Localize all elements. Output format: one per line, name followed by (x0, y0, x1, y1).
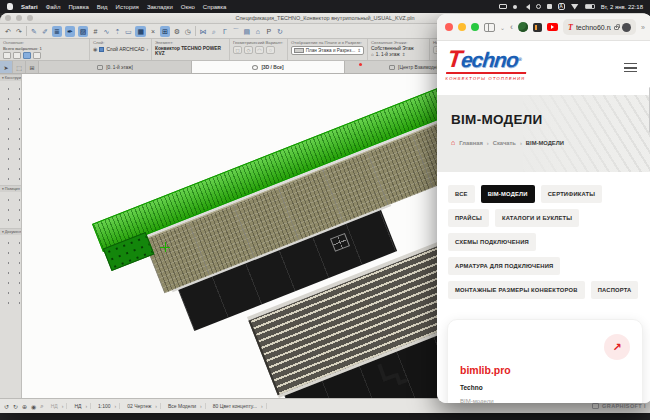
geometry-variant-1-button[interactable]: ◻ (233, 46, 242, 54)
pinned-tab-icon[interactable] (533, 23, 542, 32)
favorites-button[interactable] (13, 52, 21, 59)
minimize-icon[interactable] (458, 23, 466, 31)
extension-icon[interactable] (622, 23, 631, 32)
3d-grid-icon[interactable]: ⊞ (160, 26, 170, 37)
scale-select[interactable]: 1:100 (95, 403, 120, 409)
magnifier-icon[interactable]: ⌕ (40, 403, 43, 410)
pinned-tab-icon[interactable] (518, 22, 528, 32)
orbit-back-icon[interactable]: ↺ (4, 403, 9, 410)
refresh-icon[interactable]: ↻ (276, 26, 284, 37)
menubar-item-view[interactable]: Вид (97, 4, 108, 10)
back-button[interactable]: ‹ (510, 23, 513, 32)
menubar-item-edit[interactable]: Правка (68, 4, 88, 10)
properties-icon[interactable]: P (265, 26, 273, 37)
selection-grid-icon[interactable]: ▦ (135, 26, 146, 37)
filter-catalogs[interactable]: КАТАЛОГИ И БУКЛЕТЫ (495, 209, 579, 227)
guide-line-icon[interactable]: ⇡ (113, 26, 121, 37)
bluetooth-icon[interactable] (513, 5, 517, 9)
filter-prices[interactable]: ПРАЙСЫ (448, 209, 489, 227)
menubar-item-window[interactable]: Окно (181, 4, 195, 10)
layer-settings-dropdown-icon[interactable]: ≣ (52, 26, 62, 37)
marquee-icon[interactable]: ▭ (124, 26, 132, 37)
mirror-icon[interactable]: ⋈ (199, 26, 207, 37)
marquee-tool-icon[interactable]: ⬚ (13, 61, 26, 73)
graphic-override-select[interactable]: НД (48, 403, 68, 409)
toolbox-document-icons[interactable] (0, 235, 21, 311)
default-settings-button[interactable] (3, 52, 11, 59)
battery-icon[interactable] (585, 4, 595, 9)
menubar-clock[interactable]: Вт, 2 янв. 22:18 (601, 4, 643, 10)
delete-icon[interactable]: × (149, 26, 157, 37)
stepper-icon[interactable]: ⇕ (402, 52, 406, 57)
layer-combination-select[interactable]: 02 Чертеж (124, 403, 161, 409)
toolbox-position-icons[interactable] (0, 192, 21, 228)
sidebar-icon[interactable] (484, 23, 495, 32)
filter-connection-schemes[interactable]: СХЕМЫ ПОДКЛЮЧЕНИЯ (448, 233, 536, 251)
geometry-variant-3-button[interactable]: ◠ (255, 46, 264, 54)
breadcrumb-download[interactable]: Скачать (493, 140, 516, 146)
story-current[interactable]: 1. 1-й этаж (376, 52, 400, 57)
orbit-forward-icon[interactable]: ↻ (13, 403, 18, 410)
keyboard-layout-icon[interactable]: A (558, 3, 565, 10)
tab-floor-plan[interactable]: [0. 1-й этаж] (39, 61, 192, 73)
toolbox-design-icons[interactable] (0, 81, 21, 185)
grid-snap-icon[interactable]: # (91, 26, 99, 37)
hamburger-menu-icon[interactable] (624, 63, 637, 72)
renovation-filter-select[interactable]: 80 Цвет концепту... (210, 403, 267, 409)
filter-fittings[interactable]: АРМАТУРА ДЛЯ ПОДКЛЮЧЕНИЯ (448, 257, 560, 275)
wifi-icon[interactable] (571, 4, 579, 10)
element-value[interactable]: Конвектор TECHNO POWER KVZ (155, 46, 226, 57)
breadcrumb-home[interactable]: Главная (459, 140, 483, 146)
youtube-tab-icon[interactable] (547, 23, 558, 31)
zoom-icon[interactable]: ⊕ (22, 403, 27, 410)
eye-icon[interactable]: ◉ (31, 403, 36, 410)
eyedropper-icon[interactable]: ✎ (30, 26, 38, 37)
spline-icon[interactable]: ∿ (102, 26, 110, 37)
volume-icon[interactable] (523, 4, 530, 10)
undo-icon[interactable]: ↶ (4, 26, 12, 37)
filter-mounting-sizes[interactable]: МОНТАЖНЫЕ РАЗМЕРЫ КОНВЕКТОРОВ (448, 281, 585, 299)
filter-bim-models[interactable]: BIM-МОДЕЛИ (481, 185, 535, 203)
menubar-item-file[interactable]: Файл (46, 4, 61, 10)
tab-3d-all[interactable]: [3D / Все] (192, 61, 345, 73)
chevron-down-icon[interactable]: ⌄ (500, 24, 505, 31)
arc-tool-icon[interactable]: ⌒ (232, 26, 240, 37)
toolbox-section-design[interactable]: Конструирование (0, 74, 21, 81)
menubar-item-safari[interactable]: Safari (21, 4, 38, 10)
transfer-parameters-button[interactable] (33, 52, 41, 59)
search-icon[interactable]: ⌕ (210, 26, 218, 37)
techno-logo[interactable]: Techno® КОНВЕКТОРЫ ОТОПЛЕНИЯ (445, 48, 528, 81)
arrow-tool-icon[interactable]: ➤ (0, 61, 13, 73)
model-view-select[interactable]: Все Модели (165, 403, 206, 409)
home-icon[interactable]: ⌂ (451, 140, 455, 146)
pen-set-select[interactable]: НД (71, 403, 91, 409)
corner-tool-icon[interactable]: Γ (221, 26, 229, 37)
filter-certificates[interactable]: СЕРТИФИКАТЫ (541, 185, 603, 203)
apple-menu-icon[interactable] (7, 3, 13, 10)
close-icon[interactable] (445, 23, 453, 31)
settings-gear-icon[interactable]: ⚙ (173, 26, 181, 37)
display-select[interactable]: План Этажа и Разрез... ⇕ (291, 46, 364, 55)
filter-passports[interactable]: ПАСПОРТА (591, 281, 639, 299)
tab-overview-icon[interactable]: ⊞ (26, 61, 39, 73)
toolbox-section-position[interactable]: Позиция (0, 185, 21, 192)
history-icon[interactable]: ◷ (184, 26, 192, 37)
bimlib-card[interactable]: ↗ bimlib.pro Techno BIM-модели (447, 319, 643, 403)
menubar-item-help[interactable]: Справка (203, 4, 227, 10)
selected-convector-end-cap[interactable] (103, 232, 155, 271)
redo-icon[interactable]: ↷ (15, 26, 23, 37)
injection-icon[interactable]: ✐ (41, 26, 49, 37)
address-bar[interactable]: T techno60.ru (563, 19, 636, 35)
fullscreen-icon[interactable] (471, 23, 479, 31)
toolbox-section-document[interactable]: Документирование (0, 228, 21, 235)
panel-icon[interactable]: ▤ (243, 26, 251, 37)
geometry-variant-2-button[interactable]: ◇ (244, 46, 253, 54)
display-icon[interactable] (499, 4, 507, 9)
pickup-parameters-button[interactable] (23, 52, 31, 59)
fill-dropdown-icon[interactable]: ▨ (78, 26, 89, 37)
home-story-icon[interactable]: ⌂ (254, 26, 262, 37)
menubar-item-history[interactable]: История (116, 4, 139, 10)
filter-all[interactable]: ВСЕ (448, 185, 475, 203)
camera-icon[interactable] (547, 4, 552, 9)
pen-set-dropdown-icon[interactable]: ✒ (65, 26, 75, 37)
